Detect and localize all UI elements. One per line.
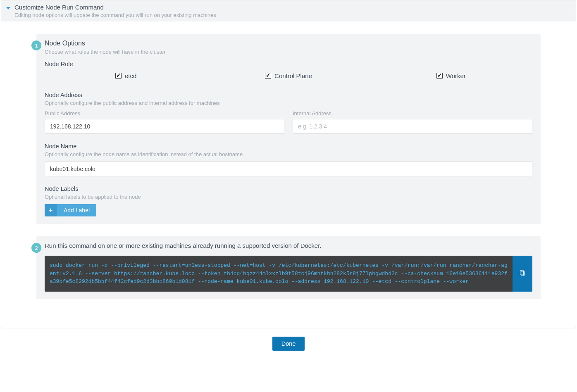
checkbox-etcd[interactable]: etcd (115, 72, 136, 79)
node-address-label: Node Address (45, 92, 532, 98)
footer: Done (0, 329, 577, 360)
checkbox-icon (265, 73, 271, 79)
node-role-group: etcd Control Plane Worker (45, 69, 532, 86)
done-button[interactable]: Done (272, 337, 305, 351)
main-body: 1 Node Options Choose what roles the nod… (1, 21, 576, 328)
public-address-input[interactable] (45, 119, 284, 134)
command-text[interactable]: sudo docker run -d --privileged --restar… (45, 256, 513, 292)
card-header[interactable]: Customize Node Run Command Editing node … (1, 0, 576, 21)
role-worker-label: Worker (446, 72, 466, 79)
node-labels-label: Node Labels (45, 185, 532, 192)
customize-node-card: Customize Node Run Command Editing node … (1, 0, 576, 328)
role-etcd-label: etcd (125, 72, 136, 79)
node-name-desc: Optionally configure the node name as id… (45, 151, 532, 157)
step-2-badge: 2 (31, 243, 41, 253)
step-1: 1 Node Options Choose what roles the nod… (36, 34, 541, 224)
add-label-text: Add Label (57, 204, 96, 216)
header-subtitle: Editing node options will update the com… (14, 12, 216, 18)
checkbox-control-plane[interactable]: Control Plane (265, 72, 312, 79)
caret-down-icon (6, 7, 10, 10)
clipboard-icon (519, 270, 526, 277)
checkbox-icon (436, 73, 443, 79)
step-1-title: Node Options (45, 40, 532, 47)
node-role-label: Node Role (45, 61, 532, 67)
node-name-input[interactable] (45, 162, 532, 176)
node-labels-desc: Optional labels to be applied to the nod… (45, 194, 532, 200)
internal-address-input[interactable] (293, 119, 532, 134)
step-1-badge: 1 (31, 40, 41, 50)
checkbox-icon (115, 73, 122, 79)
node-name-label: Node Name (45, 143, 532, 150)
header-title: Customize Node Run Command (14, 4, 216, 11)
plus-icon: + (45, 204, 57, 216)
public-address-label: Public Address (45, 110, 284, 116)
command-box: sudo docker run -d --privileged --restar… (45, 256, 532, 292)
step-2-title: Run this command on one or more existing… (45, 242, 532, 249)
add-label-button[interactable]: + Add Label (45, 204, 96, 216)
copy-button[interactable] (513, 256, 532, 292)
step-1-subtitle: Choose what roles the node will have in … (45, 49, 532, 55)
internal-address-label: Internal Address (293, 110, 532, 116)
checkbox-worker[interactable]: Worker (436, 72, 466, 79)
step-2: 2 Run this command on one or more existi… (36, 236, 541, 299)
role-control-label: Control Plane (274, 72, 312, 79)
node-address-desc: Optionally configure the public address … (45, 100, 532, 106)
